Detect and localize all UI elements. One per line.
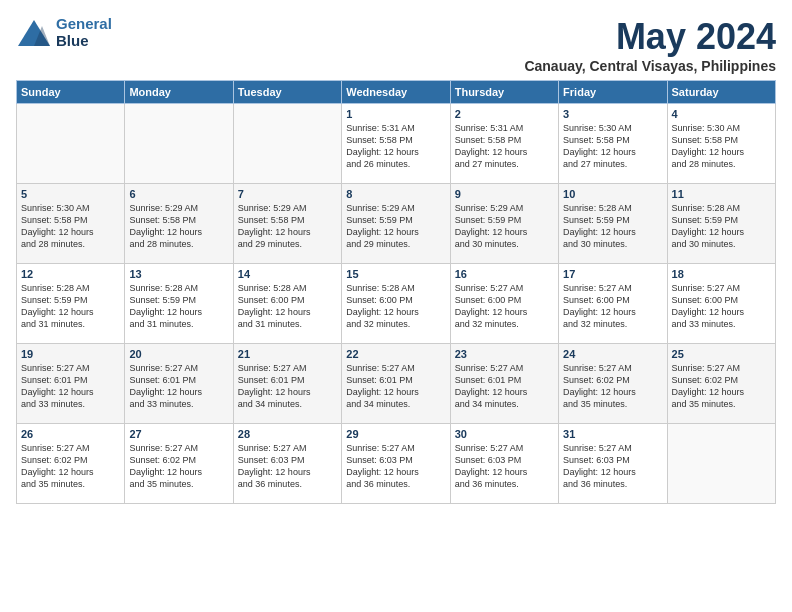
calendar-cell: 23Sunrise: 5:27 AM Sunset: 6:01 PM Dayli… (450, 344, 558, 424)
day-number: 9 (455, 188, 554, 200)
day-number: 17 (563, 268, 662, 280)
calendar-cell: 28Sunrise: 5:27 AM Sunset: 6:03 PM Dayli… (233, 424, 341, 504)
calendar-cell: 18Sunrise: 5:27 AM Sunset: 6:00 PM Dayli… (667, 264, 775, 344)
calendar-week-4: 26Sunrise: 5:27 AM Sunset: 6:02 PM Dayli… (17, 424, 776, 504)
calendar-cell: 31Sunrise: 5:27 AM Sunset: 6:03 PM Dayli… (559, 424, 667, 504)
calendar-week-2: 12Sunrise: 5:28 AM Sunset: 5:59 PM Dayli… (17, 264, 776, 344)
month-title: May 2024 (524, 16, 776, 58)
cell-info: Sunrise: 5:29 AM Sunset: 5:58 PM Dayligh… (238, 202, 337, 251)
day-number: 27 (129, 428, 228, 440)
calendar-cell: 2Sunrise: 5:31 AM Sunset: 5:58 PM Daylig… (450, 104, 558, 184)
cell-info: Sunrise: 5:27 AM Sunset: 6:01 PM Dayligh… (238, 362, 337, 411)
column-header-monday: Monday (125, 81, 233, 104)
calendar-cell: 22Sunrise: 5:27 AM Sunset: 6:01 PM Dayli… (342, 344, 450, 424)
calendar-cell: 3Sunrise: 5:30 AM Sunset: 5:58 PM Daylig… (559, 104, 667, 184)
day-number: 5 (21, 188, 120, 200)
day-number: 10 (563, 188, 662, 200)
day-number: 1 (346, 108, 445, 120)
day-number: 25 (672, 348, 771, 360)
day-number: 3 (563, 108, 662, 120)
calendar-cell (125, 104, 233, 184)
calendar-cell: 9Sunrise: 5:29 AM Sunset: 5:59 PM Daylig… (450, 184, 558, 264)
day-number: 31 (563, 428, 662, 440)
day-number: 30 (455, 428, 554, 440)
calendar-table: SundayMondayTuesdayWednesdayThursdayFrid… (16, 80, 776, 504)
day-number: 23 (455, 348, 554, 360)
calendar-cell: 8Sunrise: 5:29 AM Sunset: 5:59 PM Daylig… (342, 184, 450, 264)
calendar-header-row: SundayMondayTuesdayWednesdayThursdayFrid… (17, 81, 776, 104)
page-header: General Blue May 2024 Canauay, Central V… (16, 16, 776, 74)
cell-info: Sunrise: 5:27 AM Sunset: 6:03 PM Dayligh… (238, 442, 337, 491)
day-number: 18 (672, 268, 771, 280)
cell-info: Sunrise: 5:27 AM Sunset: 6:03 PM Dayligh… (563, 442, 662, 491)
column-header-tuesday: Tuesday (233, 81, 341, 104)
calendar-cell: 1Sunrise: 5:31 AM Sunset: 5:58 PM Daylig… (342, 104, 450, 184)
calendar-cell (667, 424, 775, 504)
cell-info: Sunrise: 5:27 AM Sunset: 6:01 PM Dayligh… (346, 362, 445, 411)
calendar-body: 1Sunrise: 5:31 AM Sunset: 5:58 PM Daylig… (17, 104, 776, 504)
cell-info: Sunrise: 5:29 AM Sunset: 5:59 PM Dayligh… (455, 202, 554, 251)
calendar-cell: 13Sunrise: 5:28 AM Sunset: 5:59 PM Dayli… (125, 264, 233, 344)
calendar-cell: 6Sunrise: 5:29 AM Sunset: 5:58 PM Daylig… (125, 184, 233, 264)
calendar-cell: 5Sunrise: 5:30 AM Sunset: 5:58 PM Daylig… (17, 184, 125, 264)
cell-info: Sunrise: 5:27 AM Sunset: 6:03 PM Dayligh… (346, 442, 445, 491)
calendar-cell: 20Sunrise: 5:27 AM Sunset: 6:01 PM Dayli… (125, 344, 233, 424)
day-number: 15 (346, 268, 445, 280)
day-number: 4 (672, 108, 771, 120)
column-header-sunday: Sunday (17, 81, 125, 104)
cell-info: Sunrise: 5:27 AM Sunset: 6:01 PM Dayligh… (21, 362, 120, 411)
calendar-cell (17, 104, 125, 184)
day-number: 19 (21, 348, 120, 360)
cell-info: Sunrise: 5:28 AM Sunset: 5:59 PM Dayligh… (129, 282, 228, 331)
column-header-wednesday: Wednesday (342, 81, 450, 104)
calendar-cell: 11Sunrise: 5:28 AM Sunset: 5:59 PM Dayli… (667, 184, 775, 264)
calendar-cell: 15Sunrise: 5:28 AM Sunset: 6:00 PM Dayli… (342, 264, 450, 344)
cell-info: Sunrise: 5:27 AM Sunset: 6:00 PM Dayligh… (672, 282, 771, 331)
day-number: 29 (346, 428, 445, 440)
day-number: 12 (21, 268, 120, 280)
calendar-cell: 21Sunrise: 5:27 AM Sunset: 6:01 PM Dayli… (233, 344, 341, 424)
calendar-week-3: 19Sunrise: 5:27 AM Sunset: 6:01 PM Dayli… (17, 344, 776, 424)
calendar-cell: 17Sunrise: 5:27 AM Sunset: 6:00 PM Dayli… (559, 264, 667, 344)
day-number: 11 (672, 188, 771, 200)
logo-icon (16, 18, 52, 48)
cell-info: Sunrise: 5:28 AM Sunset: 6:00 PM Dayligh… (238, 282, 337, 331)
day-number: 22 (346, 348, 445, 360)
cell-info: Sunrise: 5:30 AM Sunset: 5:58 PM Dayligh… (563, 122, 662, 171)
title-block: May 2024 Canauay, Central Visayas, Phili… (524, 16, 776, 74)
logo-text: General Blue (56, 16, 112, 49)
cell-info: Sunrise: 5:28 AM Sunset: 6:00 PM Dayligh… (346, 282, 445, 331)
calendar-cell: 4Sunrise: 5:30 AM Sunset: 5:58 PM Daylig… (667, 104, 775, 184)
calendar-cell: 16Sunrise: 5:27 AM Sunset: 6:00 PM Dayli… (450, 264, 558, 344)
cell-info: Sunrise: 5:27 AM Sunset: 6:02 PM Dayligh… (563, 362, 662, 411)
cell-info: Sunrise: 5:27 AM Sunset: 6:02 PM Dayligh… (672, 362, 771, 411)
calendar-week-0: 1Sunrise: 5:31 AM Sunset: 5:58 PM Daylig… (17, 104, 776, 184)
location-subtitle: Canauay, Central Visayas, Philippines (524, 58, 776, 74)
cell-info: Sunrise: 5:30 AM Sunset: 5:58 PM Dayligh… (21, 202, 120, 251)
logo: General Blue (16, 16, 112, 49)
day-number: 28 (238, 428, 337, 440)
calendar-cell: 10Sunrise: 5:28 AM Sunset: 5:59 PM Dayli… (559, 184, 667, 264)
cell-info: Sunrise: 5:28 AM Sunset: 5:59 PM Dayligh… (563, 202, 662, 251)
calendar-cell: 29Sunrise: 5:27 AM Sunset: 6:03 PM Dayli… (342, 424, 450, 504)
cell-info: Sunrise: 5:27 AM Sunset: 6:02 PM Dayligh… (129, 442, 228, 491)
day-number: 24 (563, 348, 662, 360)
cell-info: Sunrise: 5:27 AM Sunset: 6:00 PM Dayligh… (563, 282, 662, 331)
cell-info: Sunrise: 5:29 AM Sunset: 5:59 PM Dayligh… (346, 202, 445, 251)
calendar-cell: 14Sunrise: 5:28 AM Sunset: 6:00 PM Dayli… (233, 264, 341, 344)
cell-info: Sunrise: 5:27 AM Sunset: 6:03 PM Dayligh… (455, 442, 554, 491)
column-header-saturday: Saturday (667, 81, 775, 104)
cell-info: Sunrise: 5:31 AM Sunset: 5:58 PM Dayligh… (455, 122, 554, 171)
calendar-cell (233, 104, 341, 184)
cell-info: Sunrise: 5:27 AM Sunset: 6:01 PM Dayligh… (455, 362, 554, 411)
day-number: 8 (346, 188, 445, 200)
column-header-friday: Friday (559, 81, 667, 104)
day-number: 7 (238, 188, 337, 200)
cell-info: Sunrise: 5:27 AM Sunset: 6:02 PM Dayligh… (21, 442, 120, 491)
calendar-cell: 19Sunrise: 5:27 AM Sunset: 6:01 PM Dayli… (17, 344, 125, 424)
cell-info: Sunrise: 5:27 AM Sunset: 6:01 PM Dayligh… (129, 362, 228, 411)
cell-info: Sunrise: 5:29 AM Sunset: 5:58 PM Dayligh… (129, 202, 228, 251)
column-header-thursday: Thursday (450, 81, 558, 104)
calendar-cell: 24Sunrise: 5:27 AM Sunset: 6:02 PM Dayli… (559, 344, 667, 424)
calendar-cell: 30Sunrise: 5:27 AM Sunset: 6:03 PM Dayli… (450, 424, 558, 504)
